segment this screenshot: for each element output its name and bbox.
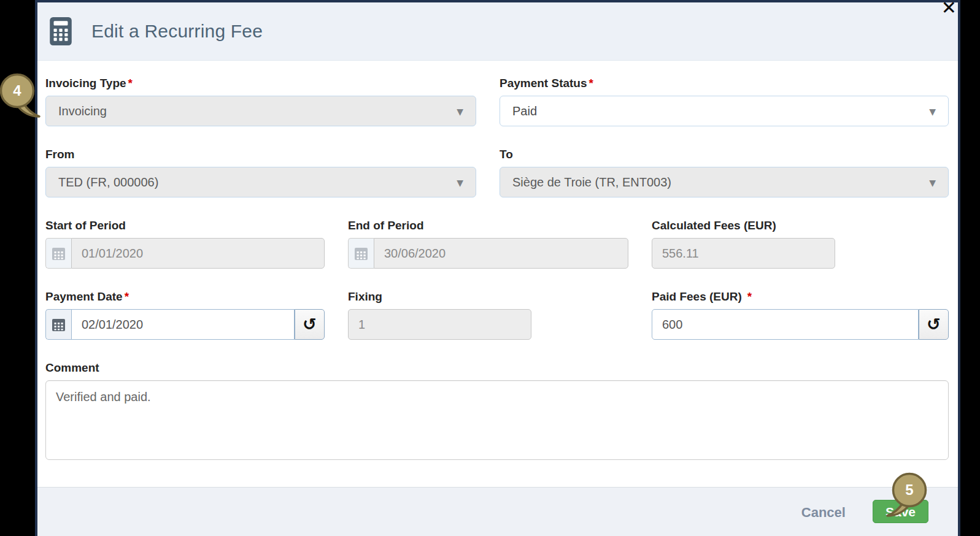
required-asterisk: * <box>128 77 133 90</box>
paid-fees-input[interactable] <box>652 309 919 340</box>
invoicing-type-field-group: Invoicing Type* Invoicing ▼ <box>45 77 476 126</box>
chevron-down-icon: ▼ <box>457 107 463 117</box>
start-of-period-input <box>71 238 325 269</box>
payment-status-field-group: Payment Status* Paid ▼ <box>500 77 949 126</box>
from-select: TED (FR, 000006) ▼ <box>45 167 476 197</box>
required-asterisk: * <box>125 290 129 304</box>
badge-5-number: 5 <box>905 481 913 498</box>
calculated-fees-label: Calculated Fees (EUR) <box>652 219 949 232</box>
paid-fees-field-group: Paid Fees (EUR)* ↺ <box>652 290 949 340</box>
payment-status-label: Payment Status* <box>500 77 949 90</box>
end-of-period-field-group: End of Period <box>348 219 628 269</box>
undo-icon: ↺ <box>927 316 941 332</box>
payment-date-label-text: Payment Date <box>45 290 123 304</box>
fixing-field-group: Fixing <box>348 290 628 340</box>
dialog-title: Edit a Recurring Fee <box>91 21 263 42</box>
invoicing-type-label-text: Invoicing Type <box>45 77 126 90</box>
annotation-badge-4: 4 <box>0 70 43 123</box>
payment-status-select[interactable]: Paid ▼ <box>500 96 949 126</box>
to-value: Siège de Troie (TR, ENT003) <box>512 175 671 190</box>
to-field-group: To Siège de Troie (TR, ENT003) ▼ <box>500 148 949 197</box>
cancel-button[interactable]: Cancel <box>799 500 848 526</box>
calendar-icon <box>45 238 71 269</box>
paid-fees-label: Paid Fees (EUR)* <box>652 290 949 304</box>
invoicing-type-value: Invoicing <box>58 104 107 118</box>
from-label: From <box>45 148 476 161</box>
payment-status-label-text: Payment Status <box>500 77 587 90</box>
calculated-fees-input <box>652 238 835 269</box>
required-asterisk: * <box>589 77 593 90</box>
comment-textarea[interactable]: Verified and paid. <box>45 380 949 460</box>
chevron-down-icon: ▼ <box>457 178 463 188</box>
annotation-badge-5: 5 <box>886 469 935 522</box>
calendar-icon[interactable] <box>45 309 71 340</box>
calculated-fees-label-text: Calculated Fees (EUR) <box>652 219 776 232</box>
fixing-label: Fixing <box>348 290 628 304</box>
start-of-period-label-text: Start of Period <box>45 219 126 232</box>
from-value: TED (FR, 000006) <box>58 175 158 190</box>
payment-date-reset-button[interactable]: ↺ <box>295 309 325 340</box>
badge-4-number: 4 <box>13 82 21 99</box>
end-of-period-label-text: End of Period <box>348 219 424 232</box>
to-label-text: To <box>500 148 513 161</box>
dialog-header: Edit a Recurring Fee ✕ <box>37 2 958 61</box>
dialog-footer: Cancel Save <box>37 487 958 536</box>
from-field-group: From TED (FR, 000006) ▼ <box>45 148 476 197</box>
to-select: Siège de Troie (TR, ENT003) ▼ <box>500 167 949 197</box>
fixing-input <box>348 309 531 340</box>
comment-field-group: Comment Verified and paid. <box>45 361 949 462</box>
payment-status-value: Paid <box>512 104 537 118</box>
paid-fees-reset-button[interactable]: ↺ <box>919 309 949 340</box>
calculator-icon <box>50 17 72 45</box>
payment-date-field-group: Payment Date* <box>45 290 325 340</box>
end-of-period-input <box>374 238 628 269</box>
invoicing-type-select: Invoicing ▼ <box>45 96 476 126</box>
dialog-body: Invoicing Type* Invoicing ▼ Payment Stat… <box>37 61 958 487</box>
end-of-period-label: End of Period <box>348 219 628 232</box>
fixing-label-text: Fixing <box>348 290 382 304</box>
calculated-fees-field-group: Calculated Fees (EUR) <box>652 219 949 269</box>
comment-label: Comment <box>45 361 949 375</box>
to-label: To <box>500 148 949 161</box>
start-of-period-field-group: Start of Period <box>45 219 325 269</box>
paid-fees-label-text: Paid Fees (EUR) <box>652 290 742 304</box>
chevron-down-icon: ▼ <box>929 107 936 117</box>
close-icon[interactable]: ✕ <box>941 0 957 17</box>
payment-date-label: Payment Date* <box>45 290 325 304</box>
edit-recurring-fee-dialog: Edit a Recurring Fee ✕ Invoicing Type* I… <box>35 0 960 536</box>
comment-label-text: Comment <box>45 361 99 375</box>
payment-date-input[interactable] <box>71 309 295 340</box>
required-asterisk: * <box>747 290 752 304</box>
invoicing-type-label: Invoicing Type* <box>45 77 476 90</box>
from-label-text: From <box>45 148 75 161</box>
undo-icon: ↺ <box>303 316 317 332</box>
start-of-period-label: Start of Period <box>45 219 325 232</box>
calendar-icon <box>348 238 374 269</box>
chevron-down-icon: ▼ <box>929 178 936 188</box>
